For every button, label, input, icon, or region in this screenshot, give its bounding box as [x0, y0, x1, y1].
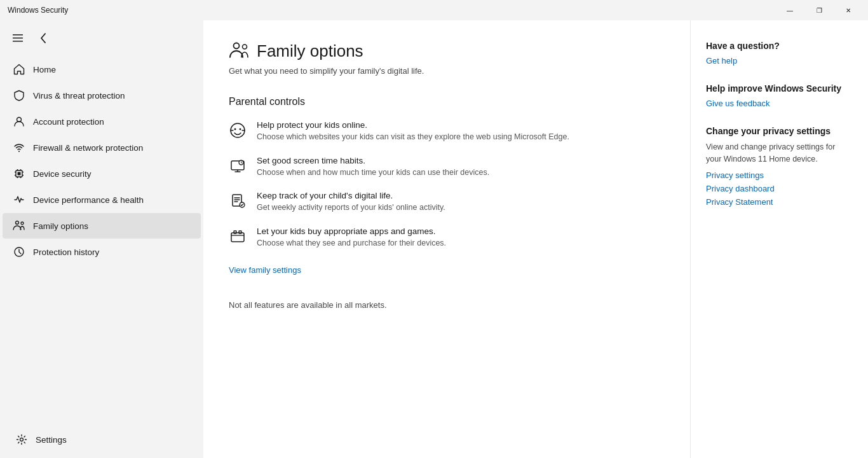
chip-icon [13, 167, 25, 180]
window-controls: — ❐ ✕ [775, 0, 863, 20]
sidebar-item-virus[interactable]: Virus & threat protection [3, 83, 201, 108]
svg-rect-1 [13, 38, 23, 39]
digital-life-icon [229, 192, 247, 210]
feature-kids-online-title: Help protect your kids online. [257, 120, 569, 130]
apps-games-icon [229, 228, 247, 246]
svg-rect-0 [13, 34, 23, 36]
svg-rect-2 [13, 41, 23, 42]
right-panel: Have a question? Get help Help improve W… [690, 20, 868, 458]
feature-list: Help protect your kids online. Choose wh… [229, 120, 665, 249]
sidebar-item-device-security[interactable]: Device security [3, 161, 201, 186]
sidebar-item-firewall[interactable]: Firewall & network protection [3, 135, 201, 160]
history-icon [13, 246, 25, 258]
feature-apps-games: Let your kids buy appropriate apps and g… [229, 226, 665, 249]
svg-point-15 [16, 221, 19, 225]
sidebar-item-history-label: Protection history [33, 247, 99, 257]
svg-point-16 [21, 222, 24, 225]
get-help-link[interactable]: Get help [706, 56, 853, 66]
feature-kids-online-text: Help protect your kids online. Choose wh… [257, 120, 569, 143]
feature-digital-life: Keep track of your child's digital life.… [229, 191, 665, 214]
sidebar-item-device-security-label: Device security [33, 169, 92, 179]
sidebar-item-settings[interactable]: Settings [5, 427, 198, 452]
sidebar-item-device-health-label: Device performance & health [33, 195, 144, 205]
sidebar-item-virus-label: Virus & threat protection [33, 91, 125, 101]
privacy-settings-link[interactable]: Privacy settings [706, 170, 853, 180]
page-header: Family options [229, 41, 665, 61]
feature-screen-time-desc: Choose when and how much time your kids … [257, 167, 489, 179]
feature-apps-games-desc: Choose what they see and purchase for th… [257, 238, 446, 249]
sidebar-item-firewall-label: Firewall & network protection [33, 143, 143, 153]
page-title-icon [229, 41, 249, 61]
sidebar-item-account[interactable]: Account protection [3, 109, 201, 134]
right-section-improve-title: Help improve Windows Security [706, 83, 853, 94]
feature-kids-online: Help protect your kids online. Choose wh… [229, 120, 665, 143]
svg-point-19 [234, 43, 240, 49]
kids-online-icon [229, 121, 247, 139]
app-body: Home Virus & threat protection [0, 20, 868, 458]
feature-apps-games-title: Let your kids buy appropriate apps and g… [257, 226, 446, 236]
sidebar-item-device-health[interactable]: Device performance & health [3, 187, 201, 212]
disclaimer-text: Not all features are available in all ma… [229, 300, 665, 310]
feature-kids-online-desc: Choose which websites your kids can visi… [257, 132, 569, 143]
sidebar-item-home-label: Home [33, 65, 56, 74]
titlebar: Windows Security — ❐ ✕ [0, 0, 868, 20]
feature-screen-time-title: Set good screen time habits. [257, 156, 489, 165]
feature-digital-life-title: Keep track of your child's digital life. [257, 191, 445, 200]
svg-rect-36 [239, 231, 241, 233]
feature-digital-life-text: Keep track of your child's digital life.… [257, 191, 445, 214]
sidebar-item-home[interactable]: Home [3, 57, 201, 82]
right-section-privacy-title: Change your privacy settings [706, 126, 853, 136]
svg-rect-6 [18, 172, 21, 176]
sidebar-top [0, 23, 203, 53]
view-family-settings-link[interactable]: View family settings [229, 265, 301, 275]
give-feedback-link[interactable]: Give us feedback [706, 99, 853, 108]
privacy-statement-link[interactable]: Privacy Statement [706, 197, 853, 207]
hamburger-button[interactable] [8, 28, 28, 48]
sidebar-item-settings-label: Settings [36, 435, 67, 445]
feature-digital-life-desc: Get weekly activity reports of your kids… [257, 202, 445, 214]
app-title: Windows Security [8, 6, 68, 15]
person-icon [13, 115, 25, 128]
svg-point-23 [240, 128, 241, 130]
svg-rect-33 [231, 233, 244, 242]
screen-time-icon [229, 157, 247, 175]
feature-screen-time-text: Set good screen time habits. Choose when… [257, 156, 489, 179]
close-button[interactable]: ✕ [834, 0, 863, 20]
settings-icon [15, 433, 28, 446]
svg-point-18 [20, 438, 24, 441]
svg-point-22 [234, 128, 236, 130]
right-section-privacy-desc: View and change privacy settings for you… [706, 141, 853, 165]
sidebar-item-account-label: Account protection [33, 117, 104, 127]
main-content: Family options Get what you need to simp… [203, 20, 690, 458]
feature-apps-games-text: Let your kids buy appropriate apps and g… [257, 226, 446, 249]
back-button[interactable] [33, 28, 53, 48]
sidebar-bottom: Settings [0, 421, 203, 458]
minimize-button[interactable]: — [775, 0, 804, 20]
sidebar-item-family[interactable]: Family options [3, 213, 201, 239]
hamburger-icon [13, 34, 23, 42]
right-section-question: Have a question? Get help [706, 41, 853, 66]
section-title: Parental controls [229, 96, 665, 108]
sidebar-item-history[interactable]: Protection history [3, 239, 201, 265]
right-section-improve: Help improve Windows Security Give us fe… [706, 83, 853, 108]
sidebar: Home Virus & threat protection [0, 20, 203, 458]
family-icon [13, 219, 25, 232]
wifi-icon [13, 141, 25, 154]
svg-point-20 [243, 45, 247, 49]
maximize-button[interactable]: ❐ [804, 0, 834, 20]
svg-rect-35 [234, 231, 236, 233]
shield-icon [13, 89, 25, 102]
sidebar-item-family-label: Family options [33, 221, 88, 231]
feature-screen-time: Set good screen time habits. Choose when… [229, 156, 665, 179]
svg-point-4 [18, 151, 20, 152]
page-title: Family options [257, 41, 363, 61]
back-icon [40, 33, 46, 43]
health-icon [13, 193, 25, 206]
nav-items: Home Virus & threat protection [0, 53, 203, 421]
page-subtitle: Get what you need to simplify your famil… [229, 66, 665, 76]
right-section-question-title: Have a question? [706, 41, 853, 51]
home-icon [13, 63, 25, 76]
privacy-dashboard-link[interactable]: Privacy dashboard [706, 184, 853, 193]
right-section-privacy: Change your privacy settings View and ch… [706, 126, 853, 207]
